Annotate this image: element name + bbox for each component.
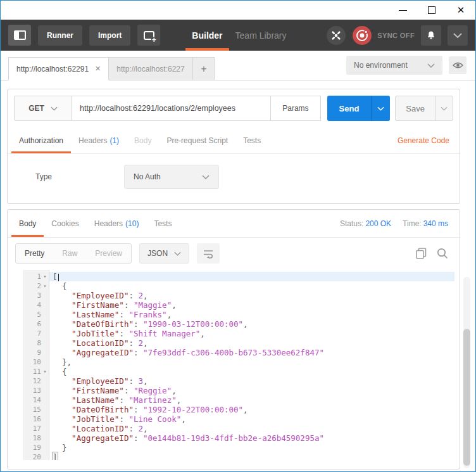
environment-preview-button[interactable] bbox=[449, 56, 467, 74]
editor-gutter: 1▾2▾34567891011▾121314151617181920 bbox=[23, 270, 49, 460]
interceptor-button[interactable] bbox=[327, 26, 346, 45]
satellite-icon bbox=[330, 30, 342, 41]
gutter-line-17: 17 bbox=[23, 424, 49, 433]
code-line-2[interactable]: { bbox=[49, 281, 454, 291]
close-tab-icon[interactable]: ✕ bbox=[95, 65, 101, 73]
app-header: Runner Import + Builder Team Library bbox=[1, 20, 475, 51]
vertical-scrollbar[interactable] bbox=[463, 277, 470, 468]
gutter-line-16: 16 bbox=[23, 414, 49, 424]
tab-team-library[interactable]: Team Library bbox=[229, 20, 293, 51]
environment-select[interactable]: No environment bbox=[346, 56, 442, 75]
wrap-text-icon bbox=[203, 249, 214, 258]
code-line-17[interactable]: "LocationID": 2, bbox=[49, 424, 454, 433]
generate-code-link[interactable]: Generate Code bbox=[398, 127, 456, 153]
code-line-12[interactable]: "EmployeeID": 3, bbox=[49, 376, 454, 386]
auth-type-select[interactable]: No Auth bbox=[124, 165, 219, 189]
code-line-15[interactable]: "DateOfBirth": "1992-10-22T00:00:00", bbox=[49, 405, 454, 414]
runner-button[interactable]: Runner bbox=[38, 25, 82, 46]
sync-off-label: SYNC OFF bbox=[377, 32, 415, 39]
close-button[interactable]: ✕ bbox=[446, 1, 475, 20]
copy-icon[interactable] bbox=[416, 248, 427, 259]
send-button-group: Send bbox=[327, 96, 391, 121]
request-tab-inactive[interactable]: http://localhost:62276/locat bbox=[109, 57, 193, 80]
tab-response-headers-label: Headers bbox=[94, 219, 123, 228]
code-line-1[interactable]: [ bbox=[49, 272, 454, 281]
code-line-9[interactable]: "AggregateID": "7fe93ddf-c306-400b-b673-… bbox=[49, 348, 454, 357]
notifications-button[interactable] bbox=[421, 25, 441, 46]
fold-arrow-icon[interactable]: ▾ bbox=[41, 272, 49, 281]
sidebar-toggle-icon bbox=[14, 30, 26, 40]
save-button[interactable]: Save bbox=[396, 96, 435, 120]
code-line-7[interactable]: "JobTitle": "Shift Manager", bbox=[49, 329, 454, 338]
response-headers-count-badge: (10) bbox=[125, 219, 139, 228]
url-input[interactable] bbox=[72, 96, 270, 120]
sync-status[interactable]: SYNC OFF bbox=[352, 25, 415, 46]
tab-prerequest-script[interactable]: Pre-request Script bbox=[159, 127, 235, 153]
tab-response-tests[interactable]: Tests bbox=[146, 210, 179, 237]
gutter-line-5: 5 bbox=[23, 310, 49, 319]
wrap-lines-button[interactable] bbox=[197, 243, 220, 264]
code-line-10[interactable]: }, bbox=[49, 357, 454, 367]
chevron-down-icon bbox=[377, 106, 384, 111]
import-button[interactable]: Import bbox=[89, 25, 130, 46]
mode-pretty[interactable]: Pretty bbox=[16, 244, 53, 263]
tab-tests[interactable]: Tests bbox=[235, 127, 268, 153]
tab-response-body[interactable]: Body bbox=[11, 210, 44, 237]
tab-headers[interactable]: Headers (1) bbox=[71, 127, 127, 153]
environment-controls: No environment bbox=[346, 56, 467, 75]
code-line-13[interactable]: "FirstName": "Reggie", bbox=[49, 386, 454, 395]
tab-authorization[interactable]: Authorization bbox=[11, 127, 71, 153]
format-value: JSON bbox=[147, 249, 168, 258]
request-tab-active[interactable]: http://localhost:62291 ✕ bbox=[8, 57, 109, 80]
save-options-button[interactable] bbox=[435, 96, 453, 120]
gutter-line-10: 10 bbox=[23, 357, 49, 367]
minimize-button[interactable] bbox=[388, 1, 417, 20]
code-line-20[interactable]: ] bbox=[49, 452, 454, 460]
request-tabstrip: http://localhost:62291 ✕ http://localhos… bbox=[1, 51, 475, 80]
maximize-button[interactable] bbox=[417, 1, 446, 20]
gutter-line-8: 8 bbox=[23, 338, 49, 348]
code-line-6[interactable]: "DateOfBirth": "1990-03-12T00:00:00", bbox=[49, 319, 454, 329]
code-line-5[interactable]: "LastName": "Franks", bbox=[49, 310, 454, 319]
format-select[interactable]: JSON bbox=[139, 243, 189, 264]
fold-arrow-icon[interactable]: ▾ bbox=[41, 281, 49, 291]
mode-raw[interactable]: Raw bbox=[53, 244, 86, 263]
mode-preview[interactable]: Preview bbox=[86, 244, 131, 263]
chevron-down-icon bbox=[453, 33, 462, 38]
auth-type-value: No Auth bbox=[134, 172, 161, 181]
chevron-down-icon bbox=[174, 252, 181, 256]
response-body-editor[interactable]: 1▾2▾34567891011▾121314151617181920 [ { "… bbox=[23, 270, 454, 460]
status-badge: Status:200 OK bbox=[340, 219, 391, 228]
code-line-19[interactable]: } bbox=[49, 443, 454, 452]
new-tab-header-button[interactable]: + bbox=[137, 25, 160, 46]
tab-body[interactable]: Body bbox=[127, 127, 159, 153]
method-select[interactable]: GET bbox=[14, 96, 72, 121]
code-line-11[interactable]: { bbox=[49, 367, 454, 376]
send-options-button[interactable] bbox=[371, 96, 390, 121]
gutter-line-1: 1▾ bbox=[23, 272, 49, 281]
code-line-3[interactable]: "EmployeeID": 2, bbox=[49, 291, 454, 300]
scrollbar-thumb[interactable] bbox=[463, 329, 470, 466]
tab-cookies[interactable]: Cookies bbox=[44, 210, 86, 237]
code-line-18[interactable]: "AggregateID": "0e144b81-19d3-4fdf-bb2e-… bbox=[49, 433, 454, 443]
new-request-tab-button[interactable]: + bbox=[193, 57, 215, 80]
params-button[interactable]: Params bbox=[270, 96, 320, 120]
response-actions bbox=[416, 248, 451, 259]
gutter-line-14: 14 bbox=[23, 395, 49, 405]
tab-headers-label: Headers bbox=[78, 136, 107, 145]
tab-builder[interactable]: Builder bbox=[185, 20, 229, 51]
eye-icon bbox=[453, 61, 463, 69]
tab-response-headers[interactable]: Headers (10) bbox=[87, 210, 147, 237]
code-line-4[interactable]: "FirstName": "Maggie", bbox=[49, 300, 454, 310]
request-editor-tabs: Authorization Headers (1) Body Pre-reque… bbox=[8, 127, 460, 154]
send-button[interactable]: Send bbox=[327, 96, 372, 121]
gutter-line-4: 4 bbox=[23, 300, 49, 310]
code-line-14[interactable]: "LastName": "Martinez", bbox=[49, 395, 454, 405]
header-menu-button[interactable] bbox=[448, 25, 468, 46]
search-icon[interactable] bbox=[437, 248, 448, 259]
code-line-8[interactable]: "LocationID": 2, bbox=[49, 338, 454, 348]
fold-arrow-icon[interactable]: ▾ bbox=[41, 367, 49, 376]
sidebar-toggle-button[interactable] bbox=[8, 25, 31, 46]
code-line-16[interactable]: "JobTitle": "Line Cook", bbox=[49, 414, 454, 424]
response-panel: Body Cookies Headers (10) Tests Status:2… bbox=[7, 209, 460, 469]
